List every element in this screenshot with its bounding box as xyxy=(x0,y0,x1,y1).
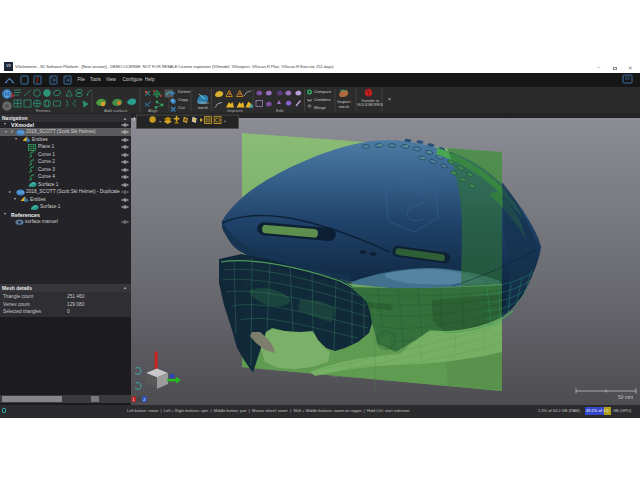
svg-text:50 mm: 50 mm xyxy=(618,394,633,400)
